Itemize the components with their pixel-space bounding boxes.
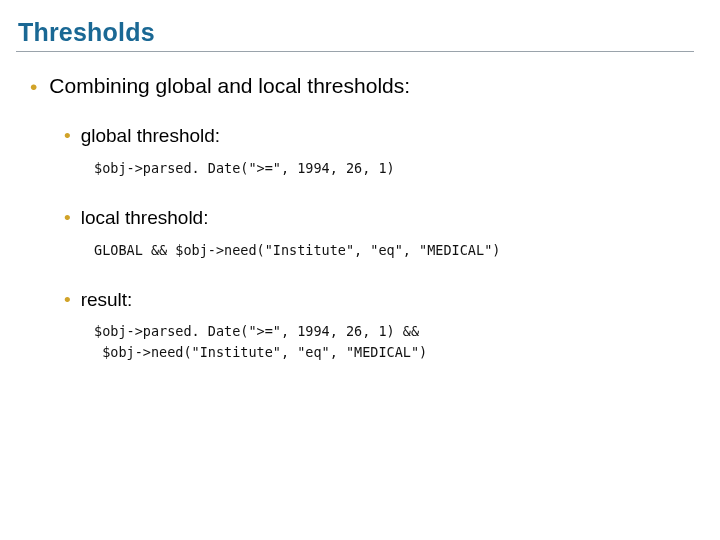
bullet-icon: • [30,74,37,99]
bullet-icon: • [64,207,71,230]
bullet-level2-text: global threshold: [81,125,220,147]
bullet-level1: • Combining global and local thresholds: [30,74,694,99]
code-global: $obj->parsed. Date(">=", 1994, 26, 1) [94,158,694,179]
bullet-level1-text: Combining global and local thresholds: [49,74,410,98]
slide-title: Thresholds [16,18,694,47]
bullet-level2-text: result: [81,289,133,311]
bullet-level2: • result: [64,289,694,312]
bullet-icon: • [64,289,71,312]
title-rule [16,51,694,52]
code-local: GLOBAL && $obj->need("Institute", "eq", … [94,240,694,261]
bullet-level2: • local threshold: [64,207,694,230]
block-local: • local threshold: GLOBAL && $obj->need(… [16,207,694,261]
bullet-level2: • global threshold: [64,125,694,148]
bullet-level2-text: local threshold: [81,207,209,229]
block-result: • result: $obj->parsed. Date(">=", 1994,… [16,289,694,364]
bullet-icon: • [64,125,71,148]
code-result: $obj->parsed. Date(">=", 1994, 26, 1) &&… [94,321,694,363]
block-global: • global threshold: $obj->parsed. Date("… [16,125,694,179]
slide: Thresholds • Combining global and local … [0,0,720,540]
